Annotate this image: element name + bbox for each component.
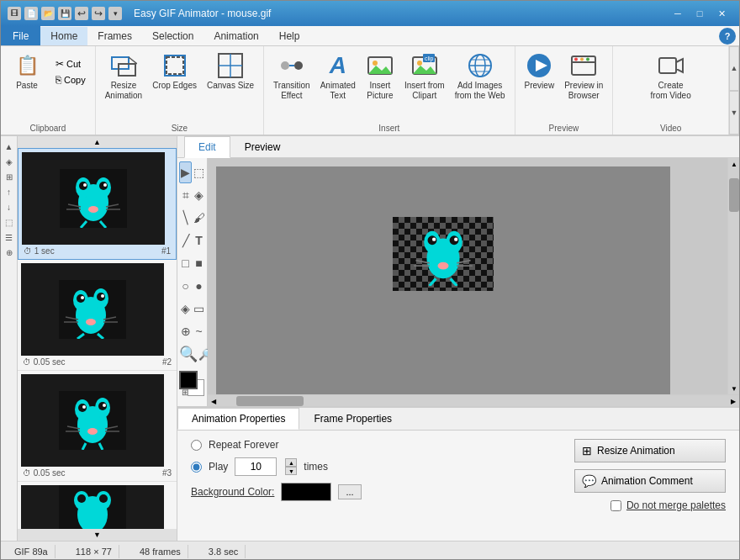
- tab-frame-props[interactable]: Frame Properties: [299, 408, 406, 430]
- resize-animation-button[interactable]: ResizeAnimation: [101, 50, 146, 103]
- cut-button[interactable]: ✂ Cut: [51, 56, 90, 71]
- merge-palettes-checkbox[interactable]: [610, 500, 621, 511]
- left-tool-2[interactable]: ◈: [3, 155, 16, 168]
- tool-pair-zoom: 🔍 🔎: [179, 343, 205, 365]
- repeat-forever-row: Repeat Forever: [191, 439, 558, 451]
- help-icon[interactable]: ?: [719, 28, 736, 45]
- svg-point-54: [86, 319, 96, 325]
- scroll-left-arrow[interactable]: ◀: [208, 395, 219, 406]
- transition-effect-button[interactable]: TransitionEffect: [269, 50, 314, 103]
- bg-color-browse[interactable]: ...: [338, 484, 361, 499]
- animated-text-button[interactable]: A AnimatedText: [316, 50, 360, 103]
- close-button[interactable]: ✕: [711, 5, 732, 22]
- minimize-button[interactable]: ─: [667, 5, 689, 22]
- undo-icon[interactable]: ↩: [75, 7, 88, 20]
- resize-animation-btn[interactable]: ⊞ Resize Animation: [574, 439, 726, 462]
- frame-item[interactable]: ⏱ 0.05 sec #4: [18, 482, 177, 529]
- repeat-forever-radio[interactable]: [191, 440, 202, 451]
- preview-browser-button[interactable]: Preview inBrowser: [560, 50, 607, 103]
- titlebar-left: 🎞 📄 📂 💾 ↩ ↪ ▾ Easy GIF Animator - mouse.…: [8, 7, 271, 20]
- frames-scroll-down[interactable]: ▼: [18, 529, 177, 541]
- tab-preview[interactable]: Preview: [230, 136, 295, 158]
- vertical-scrollbar[interactable]: ▲ ▼: [727, 158, 739, 394]
- merge-palettes-label: Do not merge palettes: [626, 499, 726, 511]
- frame-thumb-4: [21, 485, 164, 529]
- scroll-thumb-v[interactable]: [729, 178, 739, 212]
- filled-ellipse-tool[interactable]: ●: [193, 275, 205, 297]
- bg-color-swatch[interactable]: [281, 483, 331, 501]
- copy-button[interactable]: ⎘ Copy: [51, 72, 90, 87]
- frames-panel: ▲: [18, 136, 177, 541]
- more-icon[interactable]: ▾: [108, 7, 122, 20]
- menu-frames[interactable]: Frames: [87, 27, 142, 45]
- redo-icon[interactable]: ↪: [92, 7, 105, 20]
- new-icon[interactable]: 📄: [24, 7, 38, 20]
- props-tabs: Animation Properties Frame Properties: [177, 408, 739, 431]
- play-radio[interactable]: [191, 462, 202, 473]
- marquee-tool[interactable]: ⬚: [193, 161, 205, 183]
- scroll-up-arrow[interactable]: ▲: [728, 158, 739, 170]
- canvas-size-button[interactable]: Canvas Size: [203, 50, 258, 93]
- menu-help[interactable]: Help: [269, 27, 310, 45]
- open-icon[interactable]: 📂: [41, 7, 55, 20]
- insert-clipart-button[interactable]: clip Insert fromClipart: [400, 50, 449, 103]
- insert-picture-button[interactable]: InsertPicture: [362, 50, 399, 103]
- crop-edges-button[interactable]: Crop Edges: [148, 50, 201, 93]
- svg-point-52: [81, 296, 84, 299]
- clone-tool[interactable]: ⊕: [179, 320, 192, 342]
- ribbon-group-clipboard: 📋 Paste ✂ Cut ⎘ Copy Clipboard: [1, 46, 96, 135]
- line-tool[interactable]: ╱: [179, 230, 192, 251]
- maximize-button[interactable]: □: [689, 5, 711, 22]
- preview-button[interactable]: Preview: [521, 50, 559, 93]
- wand-tool[interactable]: ◈: [193, 184, 205, 206]
- save-icon[interactable]: 💾: [58, 7, 71, 20]
- fg-color-box[interactable]: [179, 371, 198, 389]
- animation-comment-btn[interactable]: 💬 Animation Comment: [574, 469, 726, 493]
- ribbon-expand-btn[interactable]: ▼: [729, 91, 739, 135]
- play-times-input[interactable]: [235, 457, 277, 476]
- video-label: Createfrom Video: [651, 81, 691, 101]
- canvas-wrapper[interactable]: [208, 158, 727, 394]
- text-tool[interactable]: T: [193, 230, 205, 251]
- left-tool-1[interactable]: ▲: [3, 140, 16, 153]
- ribbon-collapse-btn[interactable]: ▲: [729, 46, 739, 91]
- fill-tool[interactable]: ◈: [179, 298, 192, 320]
- menu-file[interactable]: File: [1, 26, 40, 45]
- left-tool-4[interactable]: ↑: [3, 185, 16, 198]
- ellipse-tool[interactable]: ○: [179, 275, 192, 297]
- tab-animation-props[interactable]: Animation Properties: [177, 408, 299, 430]
- spin-down[interactable]: ▼: [285, 467, 297, 475]
- create-from-video-button[interactable]: Createfrom Video: [647, 50, 695, 103]
- scroll-right-arrow[interactable]: ▶: [727, 395, 739, 406]
- lasso-tool[interactable]: ⌗: [179, 184, 192, 206]
- paste-button[interactable]: 📋 Paste: [6, 50, 48, 93]
- left-tool-8[interactable]: ⊕: [3, 246, 16, 259]
- menu-home[interactable]: Home: [40, 27, 87, 45]
- eraser-tool[interactable]: ▭: [193, 298, 205, 320]
- scroll-down-arrow[interactable]: ▼: [728, 383, 739, 394]
- left-tool-5[interactable]: ↓: [3, 200, 16, 214]
- menu-selection[interactable]: Selection: [142, 27, 204, 45]
- frames-scroll-up[interactable]: ▲: [18, 136, 177, 148]
- edit-tabs: Edit Preview: [177, 136, 739, 158]
- left-tool-6[interactable]: ⬚: [3, 215, 16, 229]
- frame-item[interactable]: ⏱ 0.05 sec #2: [18, 260, 177, 371]
- filled-rect-tool[interactable]: ■: [193, 252, 205, 274]
- menu-animation[interactable]: Animation: [204, 27, 268, 45]
- frame-item[interactable]: ⏱ 1 sec #1: [18, 148, 177, 260]
- horizontal-scrollbar[interactable]: ◀ ▶: [208, 394, 739, 406]
- scroll-thumb-h[interactable]: [236, 396, 304, 406]
- select-tool[interactable]: ▶: [179, 161, 192, 183]
- canvas-area: ▶ ⬚ ⌗ ◈ ╱ 🖌 ╱ T □ ■: [177, 158, 739, 406]
- props-left: Repeat Forever Play ▲ ▼ times Background: [191, 439, 558, 511]
- frame-item[interactable]: ⏱ 0.05 sec #3: [18, 371, 177, 482]
- tab-edit[interactable]: Edit: [184, 136, 230, 158]
- smudge-tool[interactable]: ~: [193, 320, 205, 342]
- web-icon: [467, 52, 494, 79]
- left-tool-7[interactable]: ☰: [3, 230, 16, 244]
- left-tool-3[interactable]: ⊞: [3, 170, 16, 183]
- spin-up[interactable]: ▲: [285, 458, 297, 467]
- rect-tool[interactable]: □: [179, 252, 192, 274]
- zoom-in-tool[interactable]: 🔍: [179, 343, 198, 365]
- add-images-web-button[interactable]: Add Imagesfrom the Web: [451, 50, 510, 103]
